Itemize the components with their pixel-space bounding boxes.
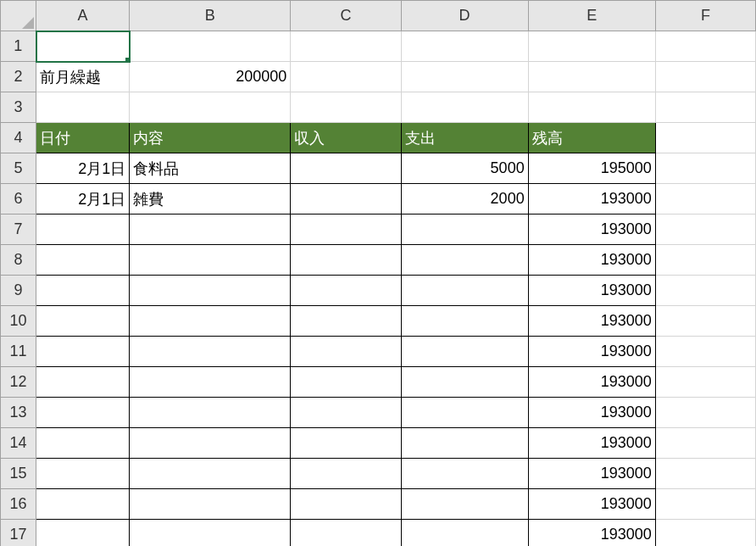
cell-B9[interactable] bbox=[130, 276, 291, 306]
cell-D7[interactable] bbox=[401, 214, 528, 245]
cell-A9[interactable] bbox=[36, 276, 130, 306]
cell-D4[interactable]: 支出 bbox=[401, 123, 528, 153]
cell-D11[interactable] bbox=[401, 337, 528, 367]
cell-D6[interactable]: 2000 bbox=[401, 184, 528, 214]
cell-F7[interactable] bbox=[655, 214, 755, 245]
cell-D3[interactable] bbox=[401, 92, 528, 123]
cell-D16[interactable] bbox=[401, 489, 528, 520]
cell-F2[interactable] bbox=[655, 62, 755, 92]
cell-D8[interactable] bbox=[401, 245, 528, 276]
cell-A7[interactable] bbox=[36, 214, 130, 245]
cell-F17[interactable] bbox=[655, 520, 755, 547]
cell-A8[interactable] bbox=[36, 245, 130, 276]
row-header-12[interactable]: 12 bbox=[1, 367, 36, 398]
cell-F5[interactable] bbox=[655, 153, 755, 184]
row-header-3[interactable]: 3 bbox=[1, 92, 36, 123]
cell-E4[interactable]: 残高 bbox=[528, 123, 655, 153]
cell-F16[interactable] bbox=[655, 489, 755, 520]
cell-C12[interactable] bbox=[291, 367, 401, 398]
cell-A16[interactable] bbox=[36, 489, 130, 520]
row-header-9[interactable]: 9 bbox=[1, 276, 36, 306]
cell-B17[interactable] bbox=[130, 520, 291, 547]
cell-F14[interactable] bbox=[655, 428, 755, 459]
cell-A10[interactable] bbox=[36, 306, 130, 337]
row-header-2[interactable]: 2 bbox=[1, 62, 36, 92]
cell-C3[interactable] bbox=[291, 92, 401, 123]
cell-C4[interactable]: 収入 bbox=[291, 123, 401, 153]
cell-E9[interactable]: 193000 bbox=[528, 276, 655, 306]
cell-B14[interactable] bbox=[130, 428, 291, 459]
cell-B6[interactable]: 雑費 bbox=[130, 184, 291, 214]
cell-D2[interactable] bbox=[401, 62, 528, 92]
cell-B7[interactable] bbox=[130, 214, 291, 245]
cell-B10[interactable] bbox=[130, 306, 291, 337]
row-header-4[interactable]: 4 bbox=[1, 123, 36, 153]
cell-E5[interactable]: 195000 bbox=[528, 153, 655, 184]
row-header-7[interactable]: 7 bbox=[1, 214, 36, 245]
cell-F3[interactable] bbox=[655, 92, 755, 123]
cell-B13[interactable] bbox=[130, 398, 291, 428]
cell-E16[interactable]: 193000 bbox=[528, 489, 655, 520]
cell-A13[interactable] bbox=[36, 398, 130, 428]
cell-A11[interactable] bbox=[36, 337, 130, 367]
cell-A15[interactable] bbox=[36, 459, 130, 489]
cell-C11[interactable] bbox=[291, 337, 401, 367]
cell-E14[interactable]: 193000 bbox=[528, 428, 655, 459]
cell-C14[interactable] bbox=[291, 428, 401, 459]
cell-C15[interactable] bbox=[291, 459, 401, 489]
column-header-E[interactable]: E bbox=[528, 1, 655, 31]
cell-C16[interactable] bbox=[291, 489, 401, 520]
cell-A2[interactable]: 前月繰越 bbox=[36, 62, 130, 92]
cell-A12[interactable] bbox=[36, 367, 130, 398]
cell-A17[interactable] bbox=[36, 520, 130, 547]
cell-B5[interactable]: 食料品 bbox=[130, 153, 291, 184]
cell-C13[interactable] bbox=[291, 398, 401, 428]
cell-C9[interactable] bbox=[291, 276, 401, 306]
cell-A4[interactable]: 日付 bbox=[36, 123, 130, 153]
cell-C6[interactable] bbox=[291, 184, 401, 214]
row-header-11[interactable]: 11 bbox=[1, 337, 36, 367]
cell-B8[interactable] bbox=[130, 245, 291, 276]
cell-E12[interactable]: 193000 bbox=[528, 367, 655, 398]
cell-C2[interactable] bbox=[291, 62, 401, 92]
row-header-14[interactable]: 14 bbox=[1, 428, 36, 459]
cell-B3[interactable] bbox=[130, 92, 291, 123]
cell-B16[interactable] bbox=[130, 489, 291, 520]
row-header-5[interactable]: 5 bbox=[1, 153, 36, 184]
cell-E10[interactable]: 193000 bbox=[528, 306, 655, 337]
cell-E13[interactable]: 193000 bbox=[528, 398, 655, 428]
cell-B12[interactable] bbox=[130, 367, 291, 398]
cell-E17[interactable]: 193000 bbox=[528, 520, 655, 547]
column-header-B[interactable]: B bbox=[130, 1, 291, 31]
cell-E11[interactable]: 193000 bbox=[528, 337, 655, 367]
cell-C10[interactable] bbox=[291, 306, 401, 337]
column-header-F[interactable]: F bbox=[655, 1, 755, 31]
cell-A1[interactable] bbox=[36, 31, 130, 62]
column-header-C[interactable]: C bbox=[291, 1, 401, 31]
cell-A14[interactable] bbox=[36, 428, 130, 459]
row-header-15[interactable]: 15 bbox=[1, 459, 36, 489]
row-header-17[interactable]: 17 bbox=[1, 520, 36, 547]
cell-F1[interactable] bbox=[655, 31, 755, 62]
cell-F6[interactable] bbox=[655, 184, 755, 214]
cell-E1[interactable] bbox=[528, 31, 655, 62]
cell-C8[interactable] bbox=[291, 245, 401, 276]
cell-C1[interactable] bbox=[291, 31, 401, 62]
select-all-corner[interactable] bbox=[1, 1, 36, 31]
cell-D15[interactable] bbox=[401, 459, 528, 489]
cell-D5[interactable]: 5000 bbox=[401, 153, 528, 184]
cell-D13[interactable] bbox=[401, 398, 528, 428]
row-header-13[interactable]: 13 bbox=[1, 398, 36, 428]
cell-C7[interactable] bbox=[291, 214, 401, 245]
cell-F4[interactable] bbox=[655, 123, 755, 153]
cell-A3[interactable] bbox=[36, 92, 130, 123]
cell-E2[interactable] bbox=[528, 62, 655, 92]
cell-D14[interactable] bbox=[401, 428, 528, 459]
cell-F15[interactable] bbox=[655, 459, 755, 489]
cell-D10[interactable] bbox=[401, 306, 528, 337]
cell-B11[interactable] bbox=[130, 337, 291, 367]
cell-B2[interactable]: 200000 bbox=[130, 62, 291, 92]
cell-F12[interactable] bbox=[655, 367, 755, 398]
cell-A6[interactable]: 2月1日 bbox=[36, 184, 130, 214]
row-header-10[interactable]: 10 bbox=[1, 306, 36, 337]
